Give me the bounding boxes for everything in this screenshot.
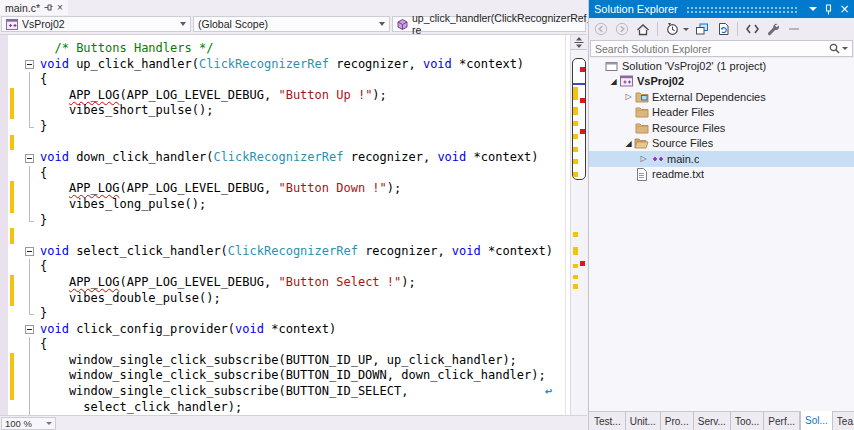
tree-item-main-c[interactable]: ▷main.c	[589, 151, 854, 167]
search-box[interactable]	[590, 40, 853, 57]
project-dropdown[interactable]: VsProj02	[1, 16, 191, 32]
code-line[interactable]: vibes_short_pulse();	[0, 103, 565, 119]
history-icon[interactable]	[664, 21, 680, 37]
code-line[interactable]: }	[0, 306, 565, 322]
tree-item-solution-vsproj02-1-project[interactable]: Solution 'VsProj02' (1 project)	[589, 58, 854, 74]
code-line[interactable]: select_click_handler);	[0, 400, 565, 415]
tool-window-tabs: Test...Unit...Pro...Serv...Too...Perf...…	[589, 411, 854, 430]
solution-explorer-titlebar[interactable]: Solution Explorer ×	[589, 0, 854, 18]
fold-guide	[29, 353, 30, 369]
change-mark	[573, 121, 578, 126]
close-icon[interactable]: ×	[57, 3, 63, 13]
code-line[interactable]: APP_LOG(APP_LOG_LEVEL_DEBUG, "Button Up …	[0, 88, 565, 104]
fold-guide	[29, 291, 30, 307]
chevron-down-icon[interactable]	[683, 28, 689, 31]
tree-item-readme-txt[interactable]: readme.txt	[589, 167, 854, 183]
tool-tab-tea[interactable]: Tea...	[833, 412, 854, 430]
code-token: (APP_LOG_LEVEL_DEBUG,	[119, 88, 278, 102]
tool-tab-perf[interactable]: Perf...	[764, 412, 800, 430]
code-line[interactable]: {	[0, 72, 565, 88]
search-input[interactable]	[591, 43, 829, 55]
code-line[interactable]: window_single_click_subscribe(BUTTON_ID_…	[0, 384, 565, 400]
chevron-down-icon[interactable]	[842, 47, 848, 50]
fold-toggle-icon[interactable]	[25, 154, 34, 163]
vertical-scrollbar[interactable]	[570, 34, 587, 415]
home-icon[interactable]	[635, 21, 651, 37]
change-bar	[10, 291, 14, 307]
code-line[interactable]: {	[0, 166, 565, 182]
code-line[interactable]: {	[0, 259, 565, 275]
forward-icon[interactable]	[614, 21, 630, 37]
code-line[interactable]: window_single_click_subscribe(BUTTON_ID_…	[0, 368, 565, 384]
code-line[interactable]: void select_click_handler(ClickRecognize…	[0, 244, 565, 260]
tool-tab-unit[interactable]: Unit...	[626, 412, 661, 430]
pin-icon[interactable]	[822, 2, 835, 16]
error-mark	[580, 98, 585, 103]
fold-toggle-icon[interactable]	[25, 60, 34, 69]
tool-tab-sol[interactable]: Sol...	[800, 411, 833, 430]
tree-item-label: readme.txt	[652, 168, 704, 180]
change-bar	[10, 135, 14, 151]
pin-icon[interactable]	[44, 3, 53, 12]
tree-item-source-files[interactable]: ◢Source Files	[589, 136, 854, 152]
properties-icon[interactable]	[765, 21, 781, 37]
code-token	[40, 181, 69, 195]
code-token	[40, 88, 69, 102]
code-token: *context)	[481, 244, 553, 258]
code-line[interactable]: APP_LOG(APP_LOG_LEVEL_DEBUG, "Button Dow…	[0, 181, 565, 197]
tree-item-header-files[interactable]: Header Files	[589, 105, 854, 121]
window-position-icon[interactable]	[806, 2, 819, 16]
code-line[interactable]: void up_click_handler(ClickRecognizerRef…	[0, 57, 565, 73]
search-icon[interactable]	[829, 43, 840, 54]
sync-active-document-icon[interactable]	[715, 21, 731, 37]
tree-item-resource-files[interactable]: Resource Files	[589, 120, 854, 136]
fold-guide-end	[29, 306, 34, 315]
code-token: "Button Down !"	[278, 181, 386, 195]
expander-icon[interactable]: ◢	[608, 77, 619, 86]
member-dropdown[interactable]: up_click_handler(ClickRecognizerRef re	[392, 16, 586, 32]
code-line[interactable]	[0, 135, 565, 151]
fold-guide	[29, 181, 30, 197]
tree-item-vsproj02[interactable]: ◢VsProj02	[589, 74, 854, 90]
tree-item-external-dependencies[interactable]: ▷External Dependencies	[589, 89, 854, 105]
code-editor[interactable]: /* Buttons Handlers */void up_click_hand…	[0, 34, 570, 415]
change-bar	[10, 181, 14, 197]
code-line[interactable]	[0, 228, 565, 244]
code-line[interactable]: window_single_click_subscribe(BUTTON_ID_…	[0, 353, 565, 369]
back-icon[interactable]	[593, 21, 609, 37]
zoom-control[interactable]: 100 %	[1, 417, 56, 430]
fold-toggle-icon[interactable]	[25, 325, 34, 334]
tool-tab-serv[interactable]: Serv...	[694, 412, 731, 430]
view-code-icon[interactable]	[744, 21, 760, 37]
code-token: up_click_handler(	[69, 57, 199, 71]
code-line[interactable]: APP_LOG(APP_LOG_LEVEL_DEBUG, "Button Sel…	[0, 275, 565, 291]
editor-pane: main.c* × VsProj02 (Global Scope) up_cli…	[0, 0, 587, 430]
code-line[interactable]: /* Buttons Handlers */	[0, 41, 565, 57]
drag-handle[interactable]	[686, 5, 798, 13]
project-dropdown-value: VsProj02	[22, 18, 65, 30]
close-icon[interactable]: ×	[838, 2, 851, 16]
expander-icon[interactable]: ◢	[623, 139, 634, 148]
code-line[interactable]: void down_click_handler(ClickRecognizerR…	[0, 150, 565, 166]
tool-tab-test[interactable]: Test...	[590, 412, 626, 430]
code-line[interactable]: vibes_long_pulse();	[0, 197, 565, 213]
code-line[interactable]: vibes_double_pulse();	[0, 291, 565, 307]
code-line[interactable]: }	[0, 213, 565, 229]
fold-toggle-icon[interactable]	[25, 247, 34, 256]
splitter-handle-icon[interactable]	[571, 35, 587, 50]
tool-tab-too[interactable]: Too...	[731, 412, 764, 430]
collapse-all-icon[interactable]	[694, 21, 710, 37]
expander-icon[interactable]: ▷	[638, 154, 649, 163]
code-line[interactable]: void click_config_provider(void *context…	[0, 322, 565, 338]
code-line[interactable]: }	[0, 119, 565, 135]
code-token: (APP_LOG_LEVEL_DEBUG,	[119, 275, 278, 289]
preview-dash-icon[interactable]	[786, 21, 802, 37]
tab-main-c[interactable]: main.c* ×	[0, 0, 68, 15]
fold-guide	[29, 72, 30, 88]
code-line[interactable]: {	[0, 337, 565, 353]
expander-icon[interactable]: ▷	[623, 92, 634, 101]
scope-dropdown[interactable]: (Global Scope)	[193, 16, 390, 32]
scope-dropdown-value: (Global Scope)	[198, 18, 268, 30]
editor-right-border	[565, 35, 566, 415]
tool-tab-pro[interactable]: Pro...	[661, 412, 694, 430]
